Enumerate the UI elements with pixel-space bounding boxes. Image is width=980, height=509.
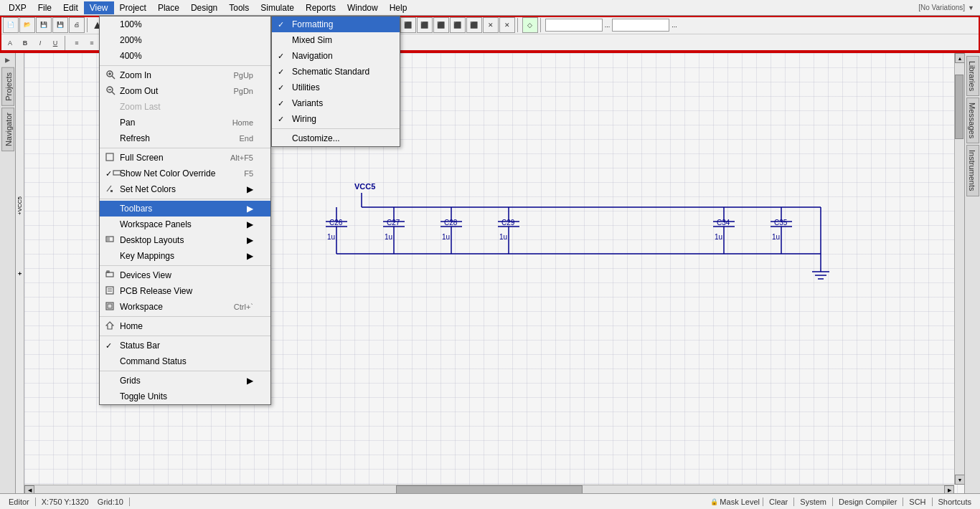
grids-item[interactable]: Grids ▶: [100, 373, 270, 389]
menu-view[interactable]: View: [84, 1, 114, 14]
menu-reports[interactable]: Reports: [300, 1, 341, 14]
svg-rect-56: [113, 171, 121, 175]
desktop-layouts-label: Desktop Layouts: [120, 235, 184, 245]
place7-btn[interactable]: ⬛: [433, 17, 449, 33]
sep-after-cmd: [100, 371, 270, 371]
right-panel-tabs: Libraries Messages Instruments: [964, 53, 980, 495]
filter-dots2[interactable]: ...: [670, 22, 679, 29]
mixed-sim-item[interactable]: Mixed Sim: [272, 32, 400, 48]
schematic-standard-label: Schematic Standard: [292, 67, 369, 77]
view-200-item[interactable]: 200%: [100, 32, 270, 48]
circuit-svg: VCC5 C26 1u C27 1u C28 1u: [261, 168, 871, 397]
new-btn[interactable]: 📄: [3, 17, 19, 33]
navigation-item[interactable]: ✓ Navigation: [272, 48, 400, 64]
view-400-item[interactable]: 400%: [100, 48, 270, 64]
key-mappings-label: Key Mappings: [120, 251, 174, 261]
system-section[interactable]: System: [794, 498, 833, 506]
scroll-down-btn[interactable]: ▼: [955, 475, 964, 485]
schematic-standard-item[interactable]: ✓ Schematic Standard: [272, 64, 400, 80]
menu-tools[interactable]: Tools: [223, 1, 255, 14]
variation-dropdown-arrow[interactable]: ▼: [968, 4, 974, 11]
zoom-in-item[interactable]: Zoom In PgUp: [100, 67, 270, 83]
menu-window[interactable]: Window: [341, 1, 384, 14]
workspace-item[interactable]: Workspace Ctrl+`: [100, 299, 270, 315]
sch-section[interactable]: SCH: [903, 498, 932, 506]
pan-item[interactable]: Pan Home: [100, 115, 270, 130]
home-item[interactable]: Home: [100, 318, 270, 334]
place10-btn[interactable]: ✕: [483, 17, 499, 33]
left-edge-btn[interactable]: ◀: [3, 56, 13, 66]
sep-after-refresh: [100, 148, 270, 148]
pcb-release-item[interactable]: PCB Release View: [100, 283, 270, 299]
projects-tab[interactable]: Projects: [1, 67, 14, 106]
shortcuts-section[interactable]: Shortcuts: [933, 498, 977, 506]
place9-btn[interactable]: ⬛: [466, 17, 482, 33]
refresh-item[interactable]: Refresh End: [100, 130, 270, 146]
menu-place[interactable]: Place: [152, 1, 185, 14]
libraries-tab[interactable]: Libraries: [966, 56, 979, 96]
refresh-shortcut: End: [239, 134, 253, 143]
editor-label: Editor: [9, 498, 29, 506]
menu-file[interactable]: File: [32, 1, 57, 14]
variants-item[interactable]: ✓ Variants: [272, 95, 400, 111]
v-scrollbar[interactable]: ▲ ▼: [954, 53, 964, 485]
filter-input2[interactable]: [612, 19, 669, 32]
svg-rect-61: [106, 272, 113, 277]
v-scroll-thumb[interactable]: [955, 75, 963, 139]
menu-help[interactable]: Help: [384, 1, 413, 14]
desktop-layouts-item[interactable]: Desktop Layouts ▶: [100, 232, 270, 248]
open-btn[interactable]: 📂: [19, 17, 35, 33]
zoom-out-item[interactable]: Zoom Out PgDn: [100, 83, 270, 99]
command-status-item[interactable]: Command Status: [100, 353, 270, 369]
formatting-item[interactable]: ✓ Formatting: [272, 16, 400, 32]
show-net-color-item[interactable]: ✓ Show Net Color Override F5: [100, 166, 270, 181]
menu-simulate[interactable]: Simulate: [255, 1, 300, 14]
clear-label[interactable]: Clear: [769, 498, 788, 506]
fmt1-btn[interactable]: A: [3, 36, 17, 50]
workspace-panels-item[interactable]: Workspace Panels ▶: [100, 217, 270, 232]
toolbars-label: Toolbars: [120, 204, 152, 214]
utilities-item[interactable]: ✓ Utilities: [272, 80, 400, 95]
prop-btn[interactable]: ◇: [522, 17, 538, 33]
pan-shortcut: Home: [232, 118, 253, 127]
instruments-tab[interactable]: Instruments: [966, 145, 979, 196]
place8-btn[interactable]: ⬛: [450, 17, 466, 33]
full-screen-icon: [105, 153, 114, 163]
key-mappings-item[interactable]: Key Mappings ▶: [100, 248, 270, 264]
filter-input[interactable]: [545, 19, 603, 32]
fmt2-btn[interactable]: B: [18, 36, 32, 50]
menu-dxp[interactable]: DXP: [3, 1, 32, 14]
status-bar-item[interactable]: ✓ Status Bar: [100, 338, 270, 353]
filter-dots[interactable]: ...: [603, 22, 612, 29]
customize-item[interactable]: Customize...: [272, 130, 400, 146]
save-all-btn[interactable]: 💾: [52, 17, 68, 33]
place6-btn[interactable]: ⬛: [417, 17, 433, 33]
scroll-up-btn[interactable]: ▲: [955, 53, 964, 63]
net-color-icon: [113, 168, 121, 179]
align-center-btn[interactable]: ≡: [85, 36, 99, 50]
print-btn[interactable]: 🖨: [69, 17, 85, 33]
design-compiler-section[interactable]: Design Compiler: [833, 498, 903, 506]
view-100-item[interactable]: 100%: [100, 16, 270, 32]
view-100-label: 100%: [120, 19, 142, 29]
save-btn[interactable]: 💾: [36, 17, 52, 33]
fmt3-btn[interactable]: I: [33, 36, 47, 50]
toolbars-item[interactable]: Toolbars ▶: [100, 201, 270, 217]
devices-view-item[interactable]: Devices View: [100, 267, 270, 283]
place11-btn[interactable]: ✕: [499, 17, 515, 33]
menu-design[interactable]: Design: [185, 1, 223, 14]
menu-project[interactable]: Project: [114, 1, 152, 14]
full-screen-item[interactable]: Full Screen Alt+F5: [100, 150, 270, 166]
place5-btn[interactable]: ⬛: [400, 17, 416, 33]
menu-edit[interactable]: Edit: [57, 1, 84, 14]
align-left-btn[interactable]: ≡: [70, 36, 84, 50]
navigation-label: Navigation: [292, 51, 333, 61]
toggle-units-item[interactable]: Toggle Units: [100, 389, 270, 404]
navigator-tab[interactable]: Navigator: [1, 108, 14, 151]
clear-section[interactable]: Clear: [763, 498, 794, 506]
fmt4-btn[interactable]: U: [48, 36, 62, 50]
zoom-in-icon: [105, 70, 116, 82]
wiring-item[interactable]: ✓ Wiring: [272, 111, 400, 127]
messages-tab[interactable]: Messages: [966, 97, 979, 143]
set-net-colors-item[interactable]: Set Net Colors ▶: [100, 181, 270, 197]
